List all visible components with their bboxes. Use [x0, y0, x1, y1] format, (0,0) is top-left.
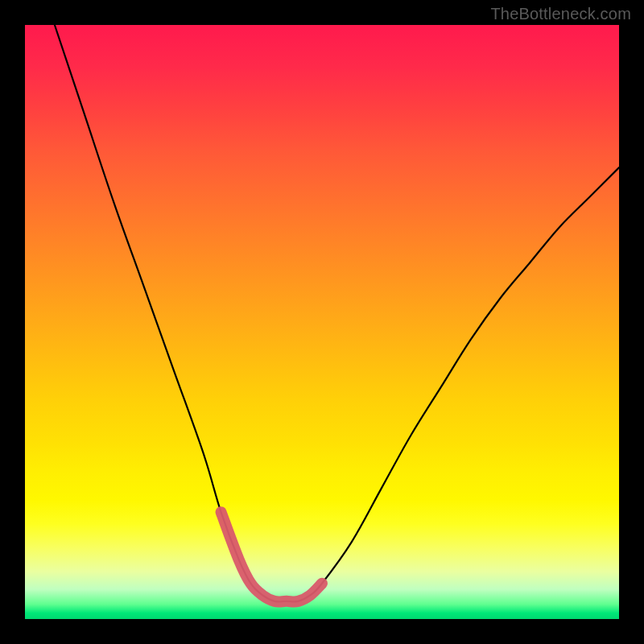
watermark-text: TheBottleneck.com	[490, 5, 631, 23]
bottleneck-curve	[55, 25, 619, 601]
chart-plot-area	[25, 25, 619, 619]
chart-svg	[25, 25, 619, 619]
highlighted-region	[221, 512, 322, 601]
